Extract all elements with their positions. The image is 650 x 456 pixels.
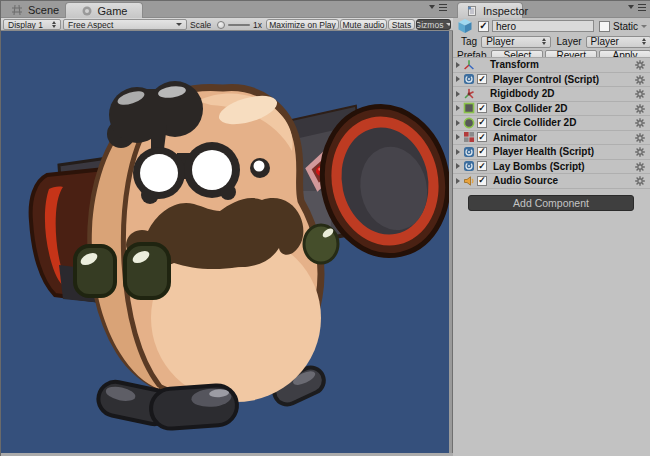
game-toolbar: Display 1 Free Aspect Scale 1x Maximize …: [1, 18, 453, 31]
component-row[interactable]: Player Health (Script): [453, 145, 650, 160]
scale-label: Scale: [190, 19, 211, 30]
component-enabled-checkbox[interactable]: [477, 176, 487, 186]
inspector-tabbar: Inspector: [453, 1, 650, 18]
game-viewport[interactable]: [1, 31, 449, 453]
gear-icon[interactable]: [634, 175, 646, 187]
component-row[interactable]: Circle Collider 2D: [453, 116, 650, 131]
static-label: Static: [613, 21, 638, 32]
circle-collider2d-icon: [463, 117, 475, 129]
inspector-panel-menu[interactable]: [628, 5, 646, 9]
panel-dropdown-icon[interactable]: [429, 5, 435, 9]
aspect-dropdown[interactable]: Free Aspect: [63, 19, 187, 30]
foldout-arrow-icon[interactable]: [456, 134, 460, 140]
gear-icon[interactable]: [634, 103, 646, 115]
gizmos-button[interactable]: Gizmos: [416, 19, 451, 30]
component-row[interactable]: Lay Bombs (Script): [453, 160, 650, 175]
foldout-arrow-icon[interactable]: [456, 76, 460, 82]
stats-button[interactable]: Stats: [388, 19, 415, 30]
updown-arrows-icon: [642, 38, 646, 45]
foldout-arrow-icon[interactable]: [456, 178, 460, 184]
tab-scene-label: Scene: [28, 4, 59, 16]
panel-menu-icon[interactable]: [638, 7, 646, 9]
panel-dropdown-icon[interactable]: [628, 5, 634, 9]
layer-dropdown-value: Player: [591, 36, 619, 47]
component-enabled-checkbox[interactable]: [477, 118, 487, 128]
component-row[interactable]: Audio Source: [453, 174, 650, 189]
gizmos-dropdown-arrow-icon: [446, 23, 451, 26]
hero-hand-right: [304, 225, 338, 263]
gear-icon[interactable]: [634, 132, 646, 144]
tab-game[interactable]: Game: [65, 2, 143, 18]
component-row[interactable]: Box Collider 2D: [453, 102, 650, 117]
updown-arrows-icon: [52, 21, 56, 28]
foldout-arrow-icon[interactable]: [456, 91, 460, 97]
mute-audio-button[interactable]: Mute audio: [340, 19, 387, 30]
component-label: Rigidbody 2D: [490, 88, 554, 99]
layer-dropdown[interactable]: Player: [586, 36, 650, 48]
maximize-on-play-button[interactable]: Maximize on Play: [266, 19, 339, 30]
add-component-button[interactable]: Add Component: [468, 195, 634, 211]
component-label: Player Control (Script): [493, 74, 599, 85]
game-panel: Scene Game Display 1 Free Aspect Scale: [1, 1, 453, 456]
unity-editor-window: Scene Game Display 1 Free Aspect Scale: [0, 0, 650, 456]
script-icon: [463, 160, 475, 172]
gameobject-cube-icon: [457, 18, 473, 34]
gameobject-active-checkbox[interactable]: [478, 21, 489, 32]
component-label: Lay Bombs (Script): [493, 161, 585, 172]
component-label: Audio Source: [493, 175, 558, 186]
display-dropdown-label: Display 1: [8, 20, 43, 30]
tag-label: Tag: [461, 36, 477, 47]
gear-icon[interactable]: [634, 117, 646, 129]
panel-menu-icon[interactable]: [439, 7, 447, 9]
tag-dropdown[interactable]: Player: [481, 36, 550, 48]
component-enabled-checkbox[interactable]: [477, 74, 487, 84]
foldout-arrow-icon[interactable]: [456, 120, 460, 126]
scene-grid-icon: [11, 4, 23, 16]
script-icon: [463, 73, 475, 85]
inspector-panel: Inspector hero Static Tag Player: [453, 1, 650, 456]
component-row[interactable]: Rigidbody 2D: [453, 87, 650, 102]
component-label: Box Collider 2D: [493, 103, 567, 114]
audio-source-icon: [463, 175, 475, 187]
foldout-arrow-icon[interactable]: [456, 62, 460, 68]
tab-scene[interactable]: Scene: [3, 2, 67, 18]
component-enabled-checkbox[interactable]: [477, 147, 487, 157]
foldout-arrow-icon[interactable]: [456, 149, 460, 155]
component-row[interactable]: Transform: [453, 58, 650, 73]
gear-icon[interactable]: [634, 59, 646, 71]
layer-label: Layer: [557, 36, 582, 47]
hero-character-sprite: [1, 31, 449, 453]
scale-slider-track[interactable]: [228, 24, 250, 26]
tab-game-label: Game: [98, 5, 128, 17]
component-label: Player Health (Script): [493, 146, 594, 157]
display-dropdown[interactable]: Display 1: [3, 19, 61, 30]
transform-icon: [463, 59, 475, 71]
scale-slider-thumb[interactable]: [217, 21, 225, 29]
tag-dropdown-value: Player: [486, 36, 514, 47]
component-label: Animator: [493, 132, 537, 143]
tab-inspector-label: Inspector: [483, 5, 528, 17]
foldout-arrow-icon[interactable]: [456, 105, 460, 111]
component-row[interactable]: Animator: [453, 131, 650, 146]
game-panel-tabbar: Scene Game: [1, 1, 453, 18]
gear-icon[interactable]: [634, 88, 646, 100]
gear-icon[interactable]: [634, 146, 646, 158]
box-collider2d-icon: [463, 102, 475, 114]
game-panel-menu[interactable]: [429, 5, 447, 9]
foldout-arrow-icon[interactable]: [456, 163, 460, 169]
gameobject-name-field[interactable]: hero: [492, 20, 594, 32]
inspector-tab-icon: [466, 5, 478, 17]
static-dropdown-arrow-icon[interactable]: [641, 25, 647, 28]
tab-inspector[interactable]: Inspector: [457, 2, 523, 18]
gear-icon[interactable]: [634, 74, 646, 86]
scale-value: 1x: [253, 19, 262, 30]
component-enabled-checkbox[interactable]: [477, 103, 487, 113]
gear-icon[interactable]: [634, 161, 646, 173]
component-enabled-checkbox[interactable]: [477, 132, 487, 142]
game-tab-icon: [81, 5, 93, 17]
component-label: Transform: [490, 59, 539, 70]
gizmos-button-label: Gizmos: [416, 20, 443, 30]
component-row[interactable]: Player Control (Script): [453, 73, 650, 88]
static-checkbox[interactable]: [599, 21, 610, 32]
component-enabled-checkbox[interactable]: [477, 161, 487, 171]
